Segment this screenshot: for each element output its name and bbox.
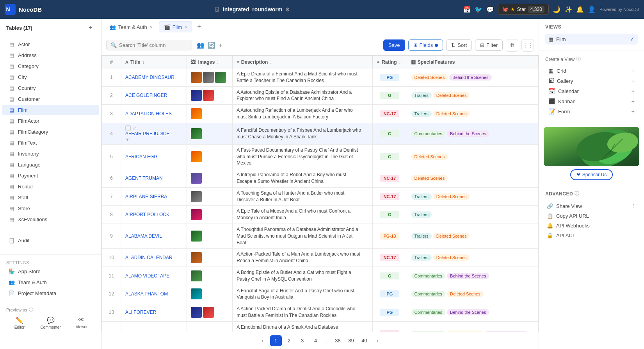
filter-button[interactable]: ⊟ Filter bbox=[475, 39, 503, 51]
advanced-item-copy-api[interactable]: 📋Copy API URL bbox=[545, 211, 638, 221]
page-38-button[interactable]: 38 bbox=[332, 335, 343, 346]
title-text-10[interactable]: ALADDIN CALENDAR bbox=[125, 255, 173, 260]
view-option-kanban[interactable]: ⬛Kanban+ bbox=[545, 96, 638, 106]
advanced-item-share-view[interactable]: 🔗Share View⋮ bbox=[545, 201, 638, 211]
title-text-6[interactable]: AGENT TRUMAN bbox=[125, 175, 163, 181]
cell-title-3[interactable]: ADAPTATION HOLES bbox=[121, 105, 187, 123]
add-row-icon[interactable]: + bbox=[219, 42, 222, 49]
title-text-2[interactable]: ACE GOLDFINGER bbox=[125, 93, 167, 98]
th-images[interactable]: 🖼 images ↕ bbox=[187, 56, 233, 68]
sidebar-item-staff[interactable]: ▤Staff bbox=[2, 192, 99, 203]
title-text-3[interactable]: ADAPTATION HOLES bbox=[125, 111, 172, 116]
discord-icon[interactable]: 💬 bbox=[486, 6, 494, 13]
cell-title-2[interactable]: ACE GOLDFINGER bbox=[121, 86, 187, 105]
title-text-13[interactable]: ALI FOREVER bbox=[125, 310, 156, 315]
title-text-9[interactable]: ALABAMA DEVIL bbox=[125, 233, 162, 239]
title-text-11[interactable]: ALAMO VIDEOTAPE bbox=[125, 273, 169, 279]
view-option-form[interactable]: 📝Form+ bbox=[545, 106, 638, 116]
page-2-button[interactable]: 2 bbox=[283, 335, 295, 346]
sponsor-us-button[interactable]: ❤ Sponsor Us bbox=[570, 169, 613, 180]
sidebar-item-filmcategory[interactable]: ▤FilmCategory bbox=[2, 127, 99, 137]
sidebar-item-xcevolutions[interactable]: ▤XcEvolutions bbox=[2, 214, 99, 225]
user-icon[interactable]: 👤 bbox=[588, 6, 596, 13]
sidebar-item-projectmeta[interactable]: 📄Project Metadata bbox=[2, 288, 99, 299]
fields-button[interactable]: ⊞ Fields bbox=[408, 39, 443, 51]
sidebar-item-country[interactable]: ▤Country bbox=[2, 83, 99, 93]
sidebar-item-appstore[interactable]: 🏪App Store bbox=[2, 266, 99, 277]
view-option-gallery[interactable]: 🖼Gallery+ bbox=[545, 76, 638, 86]
search-box[interactable]: 🔍 bbox=[106, 40, 192, 50]
sidebar-item-address[interactable]: ▤Address bbox=[2, 50, 99, 61]
preview-btn-editor[interactable]: ✏️Editor bbox=[4, 314, 35, 332]
cell-title-11[interactable]: ALAMO VIDEOTAPE bbox=[121, 267, 187, 285]
sort-button[interactable]: ⇅ Sort bbox=[446, 39, 472, 51]
view-option-calendar[interactable]: 📅Calendar+ bbox=[545, 86, 638, 96]
cell-title-13[interactable]: ALI FOREVER bbox=[121, 303, 187, 322]
view-add-form[interactable]: + bbox=[632, 108, 635, 115]
add-table-button[interactable]: + bbox=[86, 23, 95, 32]
tab-team-auth-close[interactable]: × bbox=[149, 24, 152, 30]
sidebar-item-actor[interactable]: ▤Actor bbox=[2, 39, 99, 50]
view-add-grid[interactable]: + bbox=[632, 68, 635, 74]
page-3-button[interactable]: 3 bbox=[297, 335, 308, 346]
sidebar-item-rental[interactable]: ▤Rental bbox=[2, 181, 99, 192]
title-text-12[interactable]: ALASKA PHANTOM bbox=[125, 291, 168, 297]
page-next-button[interactable]: › bbox=[372, 335, 383, 346]
app-logo[interactable]: N NocoDB bbox=[5, 4, 42, 15]
calendar-icon[interactable]: 📅 bbox=[463, 6, 471, 13]
share-icon[interactable]: 👥 bbox=[197, 41, 205, 49]
page-40-button[interactable]: 40 bbox=[358, 335, 370, 346]
cell-title-4[interactable]: ⤢ AFFAIR PREJUDICE ▼ bbox=[121, 123, 187, 144]
sidebar-item-language[interactable]: ▤Language bbox=[2, 159, 99, 170]
cell-title-7[interactable]: AIRPLANE SIERRA bbox=[121, 187, 187, 206]
title-text-1[interactable]: ACADEMY DINOSAUR bbox=[125, 75, 174, 80]
view-add-kanban[interactable]: + bbox=[632, 98, 635, 104]
title-text-4[interactable]: AFFAIR PREJUDICE bbox=[125, 131, 169, 136]
cell-title-14[interactable]: ALICE FANTASIA bbox=[121, 321, 187, 332]
sidebar-item-payment[interactable]: ▤Payment bbox=[2, 170, 99, 181]
cell-title-1[interactable]: ACADEMY DINOSAUR bbox=[121, 68, 187, 87]
tab-film-close[interactable]: × bbox=[184, 24, 187, 30]
refresh-icon[interactable]: 🔄 bbox=[208, 41, 215, 49]
sidebar-item-inventory[interactable]: ▤Inventory bbox=[2, 149, 99, 159]
current-view-item[interactable]: ▦ Film ✓ bbox=[545, 34, 638, 45]
cell-title-8[interactable]: AIRPORT POLLOCK bbox=[121, 206, 187, 224]
tab-team-auth[interactable]: 👥 Team & Auth × bbox=[105, 21, 157, 32]
th-title[interactable]: A Title ↕ bbox=[121, 56, 187, 68]
sidebar-item-filmtext[interactable]: ▤FilmText bbox=[2, 138, 99, 148]
cell-title-5[interactable]: AFRICAN EGG bbox=[121, 144, 187, 169]
sidebar-item-teamauth[interactable]: 👥Team & Auth bbox=[2, 277, 99, 288]
sidebar-item-film[interactable]: ▤Film bbox=[2, 105, 99, 115]
preview-btn-commenter[interactable]: 💬Commenter bbox=[35, 314, 66, 332]
row-expand-4[interactable]: ⤢ bbox=[132, 125, 136, 131]
delete-row-button[interactable]: 🗑 bbox=[506, 39, 518, 52]
title-text-8[interactable]: AIRPORT POLLOCK bbox=[125, 212, 169, 217]
share-view-more[interactable]: ⋮ bbox=[631, 203, 636, 209]
row-checkbox-4[interactable] bbox=[125, 125, 131, 131]
moon-icon[interactable]: 🌙 bbox=[553, 6, 560, 13]
view-option-grid[interactable]: ▦Grid+ bbox=[545, 66, 638, 76]
search-input[interactable] bbox=[119, 42, 188, 48]
db-settings-icon[interactable]: ⚙ bbox=[285, 7, 290, 13]
add-tab-button[interactable]: + bbox=[194, 21, 205, 32]
sidebar-item-filmactor[interactable]: ▤FilmActor bbox=[2, 116, 99, 126]
github-star-button[interactable]: 🐙 ★ Star 4,330 bbox=[498, 4, 549, 15]
notification-icon[interactable]: 🔔 bbox=[576, 6, 584, 13]
sidebar-item-audit[interactable]: 📋Audit bbox=[2, 235, 99, 246]
cell-title-9[interactable]: ALABAMA DEVIL bbox=[121, 224, 187, 248]
page-39-button[interactable]: 39 bbox=[345, 335, 357, 346]
cell-title-6[interactable]: AGENT TRUMAN bbox=[121, 169, 187, 188]
advanced-item-api-webhooks[interactable]: 🔔API Webhooks bbox=[545, 221, 638, 231]
sidebar-item-city[interactable]: ▤City bbox=[2, 72, 99, 82]
view-add-gallery[interactable]: + bbox=[632, 78, 635, 84]
advanced-item-api-acl[interactable]: 🔒API ACL bbox=[545, 231, 638, 240]
page-4-button[interactable]: 4 bbox=[310, 335, 322, 346]
tab-film[interactable]: 🎬 Film × bbox=[159, 21, 192, 32]
magic-icon[interactable]: ✨ bbox=[564, 6, 572, 13]
page-prev-button[interactable]: ‹ bbox=[257, 335, 269, 346]
save-button[interactable]: Save bbox=[383, 39, 405, 51]
more-options-button[interactable]: ⋮⋮ bbox=[521, 39, 534, 52]
th-description[interactable]: ≡ Description ↕ bbox=[233, 56, 373, 68]
sidebar-item-category[interactable]: ▤Category bbox=[2, 61, 99, 72]
sidebar-item-store[interactable]: ▤Store bbox=[2, 203, 99, 214]
